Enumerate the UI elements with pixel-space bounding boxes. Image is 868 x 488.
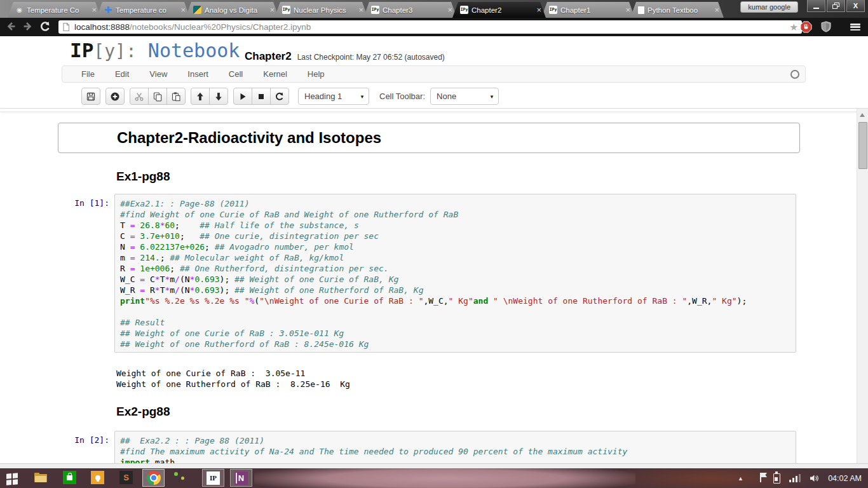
- show-hidden-icons-button[interactable]: ▲: [738, 475, 743, 482]
- sticky-notes-button[interactable]: [91, 471, 105, 485]
- doc-favicon: [638, 6, 644, 14]
- start-button[interactable]: [6, 473, 18, 485]
- notebook-title[interactable]: Chapter2: [245, 50, 292, 63]
- cut-button[interactable]: [130, 88, 149, 105]
- browser-tab-2[interactable]: Analog vs Digita×: [186, 2, 279, 18]
- s-app-button[interactable]: S: [119, 471, 133, 485]
- code-line: N = 6.022137e+026; ## Avogadro number, p…: [120, 241, 792, 252]
- speaker-glyph: [810, 474, 820, 483]
- tab-close-icon[interactable]: ×: [447, 6, 452, 14]
- media-app-button[interactable]: [179, 471, 193, 485]
- restore-icon: [832, 3, 839, 9]
- menu-kernel[interactable]: Kernel: [263, 69, 287, 79]
- menu-bar-1: [850, 24, 860, 25]
- clock[interactable]: 04:02 AM: [828, 474, 862, 483]
- back-button[interactable]: [5, 21, 18, 34]
- network-signal-icon[interactable]: [789, 474, 801, 482]
- browser-tab-7[interactable]: Python Textboo×: [630, 2, 724, 18]
- menu-cell[interactable]: Cell: [229, 69, 243, 79]
- browser-tab-0[interactable]: ◉Temperature Co×: [8, 2, 101, 18]
- code-line: R = 1e+006; ## One Rutherford, disintegr…: [120, 263, 792, 274]
- notebook-toolbar: Heading 1 Cell Toolbar: None: [81, 87, 499, 105]
- output-area-1: Weight of one Curie of RaB : 3.05e-11Wei…: [116, 368, 350, 390]
- notes-icon: [91, 471, 104, 484]
- scrollbar-thumb[interactable]: [858, 122, 867, 169]
- move-cell-up-button[interactable]: [191, 88, 210, 105]
- tab-close-icon[interactable]: ×: [714, 6, 719, 14]
- menu-view[interactable]: View: [149, 69, 167, 79]
- notebook-title-group: Chapter2 Last Checkpoint: May 27 06:52 (…: [245, 50, 445, 63]
- vertical-scrollbar[interactable]: [857, 109, 868, 463]
- section-heading-ex1[interactable]: Ex1-pg88: [116, 170, 170, 184]
- page-icon: [62, 22, 70, 32]
- menu-insert[interactable]: Insert: [187, 69, 208, 79]
- tab-close-icon[interactable]: ×: [269, 6, 275, 14]
- menu-help[interactable]: Help: [308, 69, 325, 79]
- onenote-taskbar-button[interactable]: N: [230, 469, 252, 487]
- save-icon: [86, 92, 96, 102]
- bookmark-star-icon[interactable]: ★: [790, 22, 798, 32]
- back-arrow-icon: [5, 21, 18, 32]
- code-cell-1[interactable]: ##Exa2.1: : Page-88 (2011)#find Weight o…: [114, 194, 796, 353]
- ipython-taskbar-button[interactable]: IP: [202, 469, 224, 487]
- code-line: [120, 306, 792, 317]
- menu-file[interactable]: File: [81, 69, 95, 79]
- restore-button[interactable]: [827, 0, 845, 12]
- section-heading-ex2[interactable]: Ex2-pg88: [116, 405, 170, 419]
- action-center-flag-icon[interactable]: [760, 473, 761, 482]
- browser-tab-6[interactable]: IPyChapter1×: [541, 2, 635, 18]
- move-cell-down-button[interactable]: [209, 88, 228, 105]
- save-button[interactable]: [81, 88, 100, 105]
- ipython-logo[interactable]: IP[y]: Notebook: [70, 39, 240, 62]
- reload-button[interactable]: [39, 20, 52, 36]
- copy-icon: [153, 92, 163, 102]
- onenote-icon: N: [234, 471, 248, 485]
- minimize-button[interactable]: [807, 0, 825, 12]
- browser-tab-3[interactable]: IPyNuclear Physics×: [275, 2, 368, 18]
- paste-button[interactable]: [166, 88, 186, 105]
- chart-favicon: [193, 6, 201, 14]
- start-sq2: [13, 473, 18, 478]
- url-bar[interactable]: localhost:8888/notebooks/Nuclear%20Physi…: [58, 20, 802, 34]
- browser-tab-4[interactable]: IPyChapter3×: [363, 2, 457, 18]
- menu-edit[interactable]: Edit: [115, 69, 129, 79]
- lightbulb-icon: [95, 475, 100, 480]
- cell-toolbar-select[interactable]: None: [430, 88, 499, 105]
- forward-button[interactable]: [21, 21, 34, 34]
- heading-cell-selected[interactable]: Chapter2-Radioactivity and Isotopes: [58, 123, 800, 153]
- start-sq4: [13, 479, 18, 485]
- browser-address-bar: localhost:8888/notebooks/Nuclear%20Physi…: [0, 18, 868, 36]
- horizontal-scrollbar-track[interactable]: [0, 463, 868, 468]
- tab-close-icon[interactable]: ×: [180, 6, 186, 14]
- copy-button[interactable]: [148, 88, 167, 105]
- tab-label: Temperature co: [116, 6, 177, 14]
- windows-store-button[interactable]: [63, 471, 77, 485]
- tab-strip-tabs: ◉Temperature Co×Temperature co×Analog vs…: [8, 2, 719, 18]
- tab-close-icon[interactable]: ×: [92, 6, 97, 14]
- scroll-up-arrow-icon[interactable]: [860, 113, 865, 117]
- profile-chip[interactable]: kumar google: [740, 1, 798, 13]
- close-button[interactable]: X: [846, 0, 865, 12]
- cell-type-select[interactable]: Heading 1: [298, 88, 369, 105]
- battery-icon[interactable]: [773, 473, 780, 484]
- chrome-menu-button[interactable]: [850, 24, 860, 30]
- file-explorer-button[interactable]: [34, 473, 48, 487]
- volume-icon[interactable]: [810, 474, 820, 485]
- code-line: ## Exa2.2 : : Page 88 (2011): [120, 435, 792, 446]
- adblock-extension-button[interactable]: [800, 21, 812, 36]
- tab-close-icon[interactable]: ×: [536, 6, 541, 14]
- browser-tab-5[interactable]: IPyChapter2×: [452, 2, 546, 18]
- tab-close-icon[interactable]: ×: [625, 6, 630, 14]
- s-app-icon: S: [119, 471, 133, 484]
- chrome-taskbar-button[interactable]: [142, 469, 165, 487]
- browser-tab-1[interactable]: Temperature co×: [97, 2, 190, 18]
- interrupt-kernel-button[interactable]: [252, 88, 271, 105]
- input-prompt-2: In [2]:: [71, 435, 109, 445]
- bar2: [792, 478, 794, 482]
- tab-close-icon[interactable]: ×: [358, 6, 363, 14]
- run-cell-button[interactable]: [233, 88, 252, 105]
- add-cell-button[interactable]: [105, 88, 125, 105]
- shield-extension-button[interactable]: [820, 21, 832, 36]
- restart-kernel-button[interactable]: [270, 88, 289, 105]
- profile-name: kumar google: [748, 3, 790, 11]
